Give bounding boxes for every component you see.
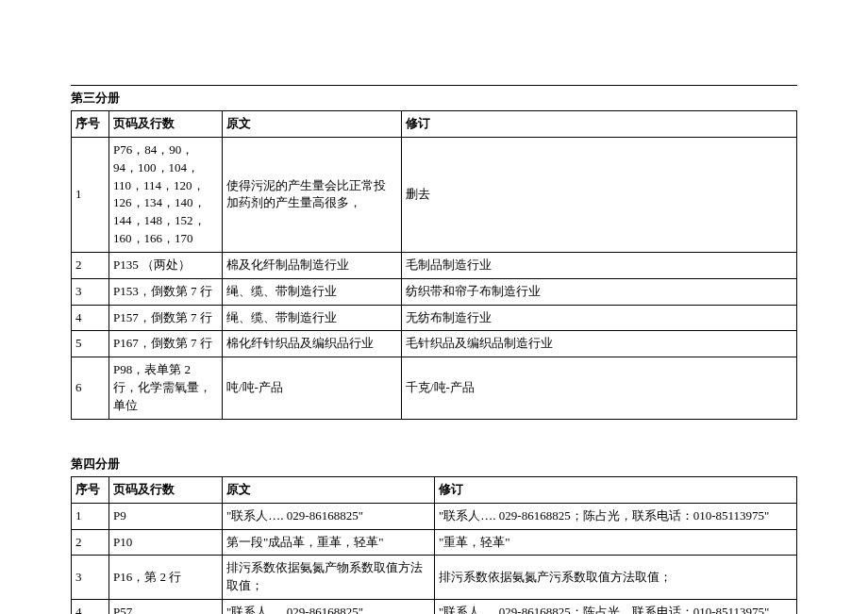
table-row: 6 P98，表单第 2 行，化学需氧量，单位 吨/吨-产品 千克/吨-产品 <box>72 357 797 420</box>
section3-table: 序号 页码及行数 原文 修订 1 P76，84，90，94，100，104，11… <box>71 110 797 420</box>
table-row: 1 P9 "联系人…. 029-86168825" "联系人…. 029-861… <box>72 503 797 529</box>
cell-page: P57 <box>109 600 223 614</box>
cell-page: P9 <box>109 503 223 529</box>
cell-page: P98，表单第 2 行，化学需氧量，单位 <box>109 357 223 420</box>
section4-table: 序号 页码及行数 原文 修订 1 P9 "联系人…. 029-86168825"… <box>71 476 797 614</box>
table-row: 5 P167，倒数第 7 行 棉化纤针织品及编织品行业 毛针织品及编织品制造行业 <box>72 331 797 357</box>
cell-original: 排污系数依据氨氮产物系数取值方法取值； <box>223 556 435 600</box>
cell-original: 使得污泥的产生量会比正常投加药剂的产生量高很多， <box>223 137 402 252</box>
col-page-header: 页码及行数 <box>109 476 223 503</box>
section3-separator <box>71 85 797 86</box>
cell-revision: 毛制品制造行业 <box>402 252 797 278</box>
table-row: 3 P16，第 2 行 排污系数依据氨氮产物系数取值方法取值； 排污系数依据氨氮… <box>72 556 797 600</box>
cell-original: 棉化纤针织品及编织品行业 <box>223 331 402 357</box>
cell-revision: 毛针织品及编织品制造行业 <box>402 331 797 357</box>
col-page-header: 页码及行数 <box>109 111 223 138</box>
cell-revision: "联系人…. 029-86168825；陈占光，联系电话：010-8511397… <box>435 600 797 614</box>
cell-revision: 无纺布制造行业 <box>402 305 797 331</box>
col-original-header: 原文 <box>223 476 435 503</box>
cell-page: P135 （两处） <box>109 252 223 278</box>
table-row: 4 P157，倒数第 7 行 绳、缆、带制造行业 无纺布制造行业 <box>72 305 797 331</box>
cell-page: P16，第 2 行 <box>109 556 223 600</box>
cell-revision: 排污系数依据氨氮产污系数取值方法取值； <box>435 556 797 600</box>
cell-original: 棉及化纤制品制造行业 <box>223 252 402 278</box>
cell-original: 绳、缆、带制造行业 <box>223 305 402 331</box>
table-row: 2 P135 （两处） 棉及化纤制品制造行业 毛制品制造行业 <box>72 252 797 278</box>
section-spacer <box>71 420 797 454</box>
section3-title: 第三分册 <box>71 88 797 110</box>
cell-seq: 2 <box>72 252 109 278</box>
cell-page: P167，倒数第 7 行 <box>109 331 223 357</box>
cell-original: 吨/吨-产品 <box>223 357 402 420</box>
cell-seq: 4 <box>72 305 109 331</box>
cell-page: P10 <box>109 529 223 556</box>
table-row: 2 P10 第一段"成品革，重革，轻革" "重革，轻革" <box>72 529 797 556</box>
col-original-header: 原文 <box>223 111 402 138</box>
cell-revision: "联系人…. 029-86168825；陈占光，联系电话：010-8511397… <box>435 503 797 529</box>
cell-original: 第一段"成品革，重革，轻革" <box>223 529 435 556</box>
cell-page: P76，84，90，94，100，104，110，114，120，126，134… <box>109 137 223 252</box>
cell-seq: 5 <box>72 331 109 357</box>
cell-page: P157，倒数第 7 行 <box>109 305 223 331</box>
cell-original: "联系人…. 029-86168825" <box>223 600 435 614</box>
cell-revision: 千克/吨-产品 <box>402 357 797 420</box>
cell-original: 绳、缆、带制造行业 <box>223 278 402 305</box>
col-seq-header: 序号 <box>72 111 109 138</box>
cell-seq: 1 <box>72 503 109 529</box>
col-revision-header: 修订 <box>435 476 797 503</box>
cell-seq: 3 <box>72 278 109 305</box>
table-row: 3 P153，倒数第 7 行 绳、缆、带制造行业 纺织带和帘子布制造行业 <box>72 278 797 305</box>
cell-seq: 1 <box>72 137 109 252</box>
cell-seq: 6 <box>72 357 109 420</box>
table-header-row: 序号 页码及行数 原文 修订 <box>72 111 797 138</box>
section4-title: 第四分册 <box>71 454 797 476</box>
table-row: 1 P76，84，90，94，100，104，110，114，120，126，1… <box>72 137 797 252</box>
cell-revision: 纺织带和帘子布制造行业 <box>402 278 797 305</box>
cell-seq: 3 <box>72 556 109 600</box>
table-row: 4 P57 "联系人…. 029-86168825" "联系人…. 029-86… <box>72 600 797 614</box>
cell-seq: 4 <box>72 600 109 614</box>
table-header-row: 序号 页码及行数 原文 修订 <box>72 476 797 503</box>
cell-seq: 2 <box>72 529 109 556</box>
col-revision-header: 修订 <box>402 111 797 138</box>
col-seq-header: 序号 <box>72 476 109 503</box>
cell-original: "联系人…. 029-86168825" <box>223 503 435 529</box>
cell-revision: "重革，轻革" <box>435 529 797 556</box>
cell-revision: 删去 <box>402 137 797 252</box>
cell-page: P153，倒数第 7 行 <box>109 278 223 305</box>
